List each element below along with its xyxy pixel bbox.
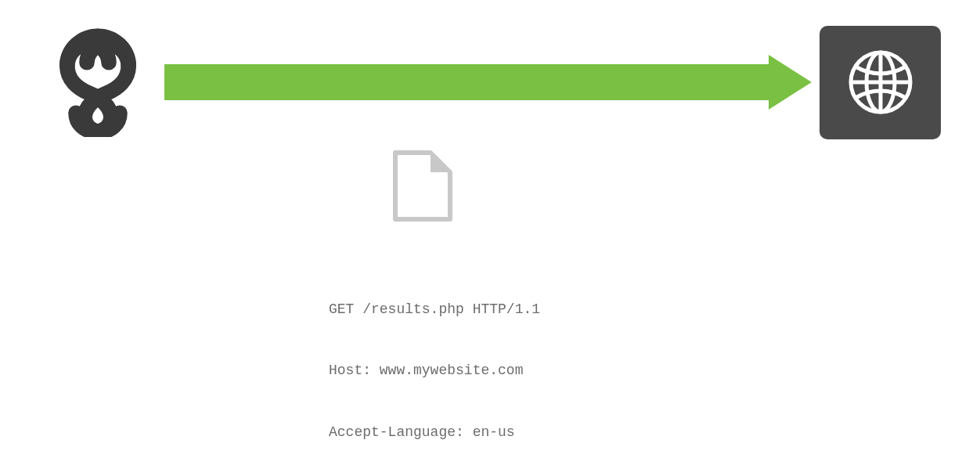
http-request-line: GET /results.php HTTP/1.1 [329, 299, 904, 319]
diagram-row [39, 23, 941, 141]
http-header-accept-language: Accept-Language: en-us [329, 422, 904, 442]
request-arrow [164, 55, 812, 110]
server-box [820, 26, 941, 139]
trefoil-knot-icon [39, 27, 157, 137]
globe-icon [841, 43, 920, 121]
http-header-host: Host: www.mywebsite.com [329, 360, 904, 380]
document-icon [391, 149, 454, 223]
http-headers-block: GET /results.php HTTP/1.1 Host: www.mywe… [329, 258, 904, 476]
